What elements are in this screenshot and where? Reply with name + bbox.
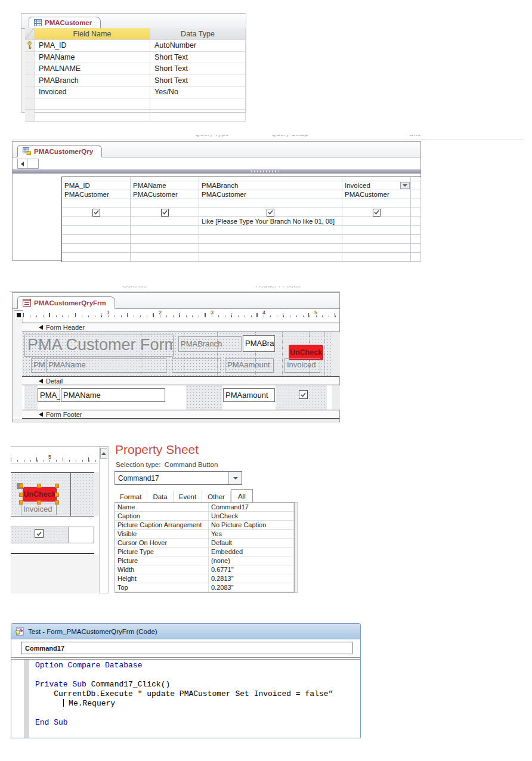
query-cell-show[interactable] <box>342 208 411 217</box>
pane-splitter[interactable] <box>13 169 420 174</box>
property-value[interactable]: UnCheck <box>209 512 294 521</box>
branch-label[interactable]: PMABranch <box>178 336 242 352</box>
property-name[interactable]: Width <box>115 565 209 574</box>
query-cell-empty[interactable] <box>342 253 411 262</box>
field-name-header[interactable]: Field Name <box>35 28 150 40</box>
invoiced-checkbox[interactable] <box>299 390 308 399</box>
row-selector[interactable] <box>25 63 35 75</box>
form-footer-bar[interactable]: Form Footer <box>22 410 339 419</box>
show-checkbox[interactable] <box>373 209 381 216</box>
property-name[interactable]: Cursor On Hover <box>115 539 209 547</box>
property-tab-event[interactable]: Event <box>174 491 202 503</box>
property-value[interactable]: Yes <box>209 530 294 539</box>
row-selector[interactable] <box>25 98 35 110</box>
combo-dropdown-button[interactable] <box>228 472 242 484</box>
id-column-label[interactable]: PMA_ <box>31 358 45 373</box>
property-name[interactable]: Caption <box>115 512 209 521</box>
property-value[interactable]: (none) <box>209 556 294 565</box>
property-name[interactable]: Picture Type <box>115 547 209 556</box>
query-cell-sort[interactable] <box>411 199 421 208</box>
table-row[interactable]: PMABranchShort Text <box>25 75 246 87</box>
query-cell-sort[interactable] <box>62 199 131 208</box>
query-cell-field[interactable]: Invoiced <box>342 181 411 190</box>
row-selector[interactable] <box>25 86 35 98</box>
code-line[interactable]: Option Compare Database <box>35 661 358 670</box>
vba-titlebar[interactable]: Test - Form_PMACustomerQryFrm (Code) <box>11 624 360 639</box>
query-cell-empty[interactable] <box>131 253 199 262</box>
vertical-scrollbar[interactable] <box>99 447 109 593</box>
query-cell-show[interactable] <box>199 208 342 217</box>
empty-column-label[interactable] <box>172 358 221 373</box>
data-type-cell[interactable]: Short Text <box>150 52 246 64</box>
code-line[interactable] <box>35 670 358 680</box>
field-name-cell[interactable]: PMA_ID <box>35 40 150 52</box>
query-cell-strip[interactable] <box>342 177 411 181</box>
form-header-bar[interactable]: Form Header <box>22 323 339 332</box>
code-line[interactable]: Me.Requery <box>35 699 358 709</box>
invoiced-column-label[interactable]: Invoiced <box>284 358 320 373</box>
query-cell-field[interactable]: PMABranch <box>199 181 342 190</box>
amount-column-label[interactable]: PMAamount <box>225 358 274 373</box>
query-cell-criteria[interactable] <box>62 217 131 226</box>
row-selector[interactable] <box>25 52 35 64</box>
query-cell-table[interactable]: PMACustomer <box>342 190 411 199</box>
query-cell-or[interactable] <box>131 226 199 235</box>
field-name-cell[interactable] <box>35 110 150 122</box>
query-cell-table[interactable]: PMACustomer <box>199 190 342 199</box>
selection-handle[interactable] <box>19 493 23 497</box>
tab-pmacustomerqry[interactable]: PMACustomerQry <box>17 145 102 157</box>
detail-bar[interactable]: Detail <box>22 376 339 385</box>
query-cell-empty[interactable] <box>199 235 342 244</box>
show-checkbox[interactable] <box>267 209 274 216</box>
property-name[interactable]: Picture <box>115 556 209 565</box>
property-value[interactable]: Embedded <box>209 547 294 556</box>
data-type-header[interactable]: Data Type <box>150 28 246 40</box>
query-cell-strip[interactable] <box>131 177 199 181</box>
code-editor[interactable]: Option Compare Database Private Sub Comm… <box>35 661 358 728</box>
name-textbox[interactable]: PMAName <box>61 388 165 402</box>
data-type-cell[interactable]: Short Text <box>150 63 246 75</box>
invoiced-checkbox[interactable] <box>35 529 44 538</box>
data-type-cell[interactable] <box>150 98 246 110</box>
query-cell-table[interactable]: PMACustomer <box>62 190 131 199</box>
table-row[interactable]: InvoicedYes/No <box>25 86 246 98</box>
query-cell-or[interactable] <box>342 226 411 235</box>
table-pane-scrollbar[interactable] <box>17 159 39 169</box>
property-name[interactable]: Visible <box>115 530 209 539</box>
data-type-cell[interactable]: Short Text <box>150 75 246 87</box>
query-cell-strip[interactable] <box>411 177 421 181</box>
field-name-cell[interactable]: PMAName <box>35 52 150 64</box>
table-row[interactable]: PMANameShort Text <box>25 52 246 64</box>
show-checkbox[interactable] <box>161 209 169 216</box>
query-cell-criteria[interactable] <box>342 217 411 226</box>
property-value[interactable]: No Picture Caption <box>209 521 294 530</box>
vertical-ruler[interactable] <box>13 319 23 417</box>
query-cell-field[interactable] <box>411 181 421 190</box>
selection-handle[interactable] <box>55 484 59 488</box>
tab-pmacustomer[interactable]: PMACustomer <box>29 17 101 29</box>
field-name-cell[interactable]: PMALNAME <box>35 63 150 75</box>
branch-textbox[interactable]: PMABra <box>243 335 275 352</box>
form-selector-box[interactable] <box>14 310 23 320</box>
property-value[interactable]: 0.2813" <box>209 574 294 583</box>
form-title-label[interactable]: PMA Customer Form <box>24 335 174 357</box>
property-name[interactable]: Height <box>115 574 209 583</box>
data-type-cell[interactable]: AutoNumber <box>150 40 246 52</box>
property-name[interactable]: Top <box>115 583 209 592</box>
scroll-up-button[interactable] <box>100 448 107 459</box>
object-selector-combo[interactable]: Command17 <box>115 471 242 485</box>
query-cell-strip[interactable] <box>199 177 342 181</box>
property-value[interactable]: 0.2083" <box>209 583 294 592</box>
query-cell-empty[interactable] <box>199 253 342 262</box>
uncheck-button-selected[interactable]: UnCheck <box>23 487 57 502</box>
property-tab-data[interactable]: Data <box>147 491 173 503</box>
table-row[interactable]: PMALNAMEShort Text <box>25 63 246 75</box>
query-cell-empty[interactable] <box>62 253 131 262</box>
query-cell-criteria[interactable] <box>411 217 421 226</box>
property-name[interactable]: Picture Caption Arrangement <box>115 521 209 530</box>
table-row[interactable] <box>25 110 246 122</box>
row-selector[interactable] <box>25 110 35 122</box>
query-cell-empty[interactable] <box>62 244 131 253</box>
property-value[interactable]: Default <box>209 539 294 547</box>
property-scrollbar[interactable] <box>295 502 298 593</box>
